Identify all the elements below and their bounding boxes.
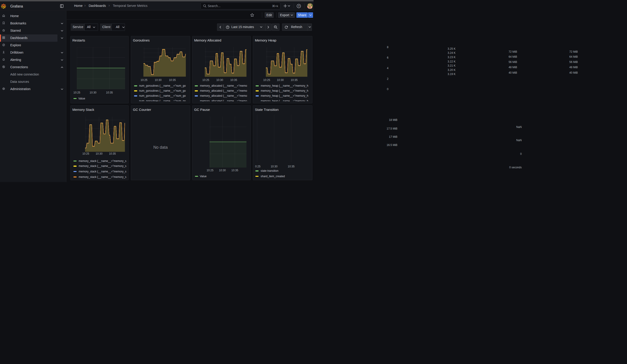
svg-text:?: ? bbox=[298, 5, 300, 7]
